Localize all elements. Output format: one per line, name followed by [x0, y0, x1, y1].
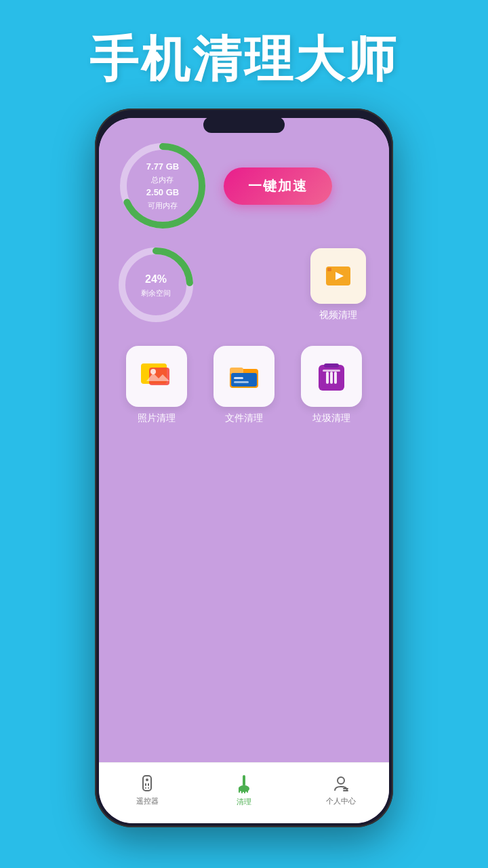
svg-rect-28: [243, 775, 245, 786]
remote-icon: [138, 774, 157, 793]
trash-icon-box: [301, 346, 362, 407]
svg-rect-19: [330, 372, 333, 384]
file-icon: [226, 358, 262, 395]
storage-label: 剩余空间: [141, 288, 171, 299]
svg-rect-27: [148, 787, 149, 789]
clean-label: 清理: [237, 797, 251, 807]
video-label: 视频清理: [319, 309, 357, 321]
svg-rect-33: [247, 787, 248, 793]
memory-available-value: 2.50 GB: [146, 186, 179, 200]
svg-rect-35: [343, 788, 348, 789]
svg-rect-24: [145, 783, 146, 786]
svg-rect-6: [327, 268, 331, 271]
svg-rect-36: [343, 790, 348, 791]
photo-icon: [138, 358, 175, 395]
svg-rect-31: [241, 788, 243, 793]
file-label: 文件清理: [225, 412, 263, 425]
file-icon-box: [214, 346, 274, 407]
feature-video[interactable]: 视频清理: [310, 248, 366, 321]
video-icon-box: [310, 248, 366, 304]
remote-label: 遥控器: [136, 796, 159, 806]
feature-trash[interactable]: 垃圾清理: [301, 346, 362, 425]
svg-rect-22: [143, 776, 151, 791]
phone-screen: 7.77 GB 总内存 2.50 GB 可用内存 一键加速: [99, 118, 389, 823]
svg-rect-15: [234, 381, 249, 383]
svg-rect-13: [231, 373, 257, 387]
nav-profile[interactable]: 个人中心: [292, 774, 389, 806]
svg-rect-21: [323, 370, 340, 372]
nav-clean[interactable]: 清理: [196, 774, 293, 807]
feature-photo[interactable]: 照片清理: [126, 346, 187, 425]
memory-info: 7.77 GB 总内存 2.50 GB 可用内存: [146, 160, 179, 212]
svg-rect-25: [148, 783, 149, 786]
speed-button[interactable]: 一键加速: [224, 167, 332, 205]
phone-content-area: 7.77 GB 总内存 2.50 GB 可用内存 一键加速: [99, 118, 389, 762]
profile-icon: [331, 774, 350, 793]
memory-available-label: 可用内存: [146, 200, 179, 212]
storage-info: 24% 剩余空间: [141, 271, 171, 299]
trash-icon: [313, 358, 350, 395]
photo-label: 照片清理: [138, 412, 176, 425]
svg-rect-20: [334, 372, 337, 384]
clean-icon: [234, 774, 254, 794]
svg-rect-18: [326, 372, 329, 384]
video-icon: [322, 260, 354, 292]
memory-total-value: 7.77 GB: [146, 160, 179, 174]
svg-rect-14: [234, 377, 243, 379]
svg-rect-30: [239, 787, 240, 793]
svg-rect-17: [324, 363, 339, 368]
photo-icon-box: [126, 346, 187, 407]
trash-label: 垃圾清理: [312, 412, 350, 425]
phone-notch: [203, 117, 285, 133]
storage-circle: 24% 剩余空间: [115, 244, 197, 326]
phone-mockup: 7.77 GB 总内存 2.50 GB 可用内存 一键加速: [95, 108, 393, 827]
feature-file[interactable]: 文件清理: [214, 346, 274, 425]
storage-percent: 24%: [141, 271, 171, 288]
bottom-nav: 遥控器 清理: [99, 762, 389, 823]
app-title: 手机清理大师: [0, 0, 488, 92]
nav-remote[interactable]: 遥控器: [99, 774, 196, 806]
memory-circle: 7.77 GB 总内存 2.50 GB 可用内存: [115, 138, 210, 233]
svg-rect-32: [244, 788, 245, 793]
svg-point-34: [338, 777, 344, 784]
svg-rect-26: [145, 787, 146, 789]
svg-point-23: [146, 778, 148, 781]
memory-total-label: 总内存: [146, 174, 179, 186]
app-background: 手机清理大师 7.77 GB 总内存: [0, 0, 488, 868]
profile-label: 个人中心: [326, 796, 356, 806]
